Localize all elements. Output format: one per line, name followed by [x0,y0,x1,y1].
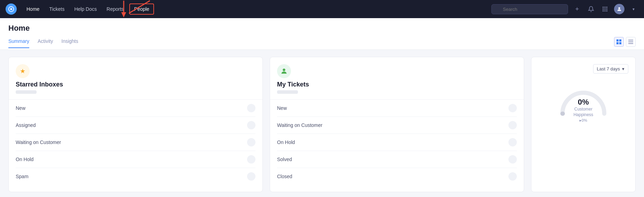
table-row: Closed [277,168,517,185]
my-tickets-card: My Tickets New Waiting on Customer On Ho… [270,57,524,192]
date-range-label: Last 7 days [597,66,620,71]
row-count [508,172,517,181]
row-label: New [16,105,25,111]
svg-rect-18 [619,42,621,44]
starred-inboxes-title: Starred Inboxes [16,81,255,88]
apps-icon[interactable] [600,4,610,14]
my-tickets-rows: New Waiting on Customer On Hold Solved C… [277,100,517,185]
row-label: Closed [277,174,292,179]
page-title: Home [8,24,636,33]
table-row: Waiting on Customer [277,117,517,134]
row-label: New [277,105,287,111]
svg-point-22 [283,69,285,71]
svg-point-11 [618,7,620,9]
starred-inboxes-rows: New Assigned Waiting on Customer On Hold… [16,100,255,185]
list-view-button[interactable] [626,37,636,47]
my-tickets-subtitle [277,90,298,94]
search-input[interactable] [491,4,568,14]
table-row: New [16,100,255,117]
nav-tickets[interactable]: Tickets [45,4,69,14]
svg-rect-4 [606,7,607,8]
row-count [508,104,517,112]
logo[interactable] [6,3,17,15]
avatar[interactable] [614,4,624,14]
table-row: On Hold [16,151,255,168]
happiness-card: Last 7 days ▾ 0% CustomerHappiness ▸0% [531,57,636,192]
grid-view-button[interactable] [614,37,624,47]
tab-summary[interactable]: Summary [8,38,29,48]
add-button[interactable]: + [572,4,582,14]
svg-rect-16 [619,39,621,41]
table-row: Assigned [16,117,255,134]
table-row: On Hold [277,134,517,151]
row-label: Waiting on Customer [16,139,61,145]
svg-rect-15 [616,39,619,41]
row-label: Waiting on Customer [277,122,322,128]
page-header: Home Summary Activity Insights [0,18,644,50]
svg-rect-6 [605,9,606,10]
happiness-label: CustomerHappiness [574,107,593,118]
table-row: New [277,100,517,117]
svg-rect-7 [606,9,607,10]
date-range-dropdown[interactable]: Last 7 days ▾ [593,64,629,74]
tab-insights[interactable]: Insights [61,38,78,48]
starred-inboxes-subtitle [16,90,37,94]
svg-point-1 [10,8,12,10]
row-label: On Hold [16,157,33,162]
svg-rect-2 [603,7,604,8]
top-navigation: Home Tickets Help Docs Reports People 🔍 … [0,0,644,18]
row-count [508,155,517,164]
svg-rect-21 [628,43,633,44]
svg-rect-20 [628,41,633,42]
table-row: Waiting on Customer [16,134,255,151]
row-label: Spam [16,174,29,179]
row-count [508,121,517,129]
gauge-text: 0% CustomerHappiness [574,98,593,118]
happiness-sub: ▸0% [580,118,587,123]
notifications-icon[interactable] [586,4,596,14]
nav-reports[interactable]: Reports [102,4,128,14]
view-toggle [614,37,636,50]
svg-rect-8 [603,10,604,12]
chevron-down-icon: ▾ [622,66,624,71]
search-wrapper: 🔍 [491,4,568,14]
nav-home[interactable]: Home [22,4,44,14]
my-tickets-title: My Tickets [277,81,517,88]
tabs: Summary Activity Insights [8,37,636,50]
svg-rect-19 [628,40,633,40]
row-label: Solved [277,157,292,162]
svg-rect-10 [606,10,607,12]
row-label: Assigned [16,122,36,128]
nav-links: Home Tickets Help Docs Reports People [22,3,489,15]
row-count [247,155,255,164]
row-count [508,138,517,146]
main-content: ★ Starred Inboxes New Assigned Waiting o… [0,50,644,197]
starred-inboxes-card: ★ Starred Inboxes New Assigned Waiting o… [8,57,263,192]
table-row: Solved [277,151,517,168]
row-count [247,138,255,146]
nav-helpdocs[interactable]: Help Docs [70,4,101,14]
row-count [247,172,255,181]
nav-people[interactable]: People [129,3,154,15]
row-label: On Hold [277,139,295,145]
my-tickets-icon [277,64,291,78]
happiness-percent: 0% [574,98,593,107]
gauge-container: 0% CustomerHappiness [555,84,611,115]
row-count [247,121,255,129]
table-row: Spam [16,168,255,185]
tab-activity[interactable]: Activity [38,38,53,48]
starred-inboxes-icon: ★ [16,64,30,78]
topnav-right: 🔍 + [491,4,638,14]
svg-rect-3 [605,7,606,8]
svg-rect-5 [603,9,604,10]
expand-icon[interactable]: ▼ [629,4,638,14]
row-count [247,104,255,112]
svg-rect-17 [616,42,619,44]
svg-rect-9 [605,10,606,12]
